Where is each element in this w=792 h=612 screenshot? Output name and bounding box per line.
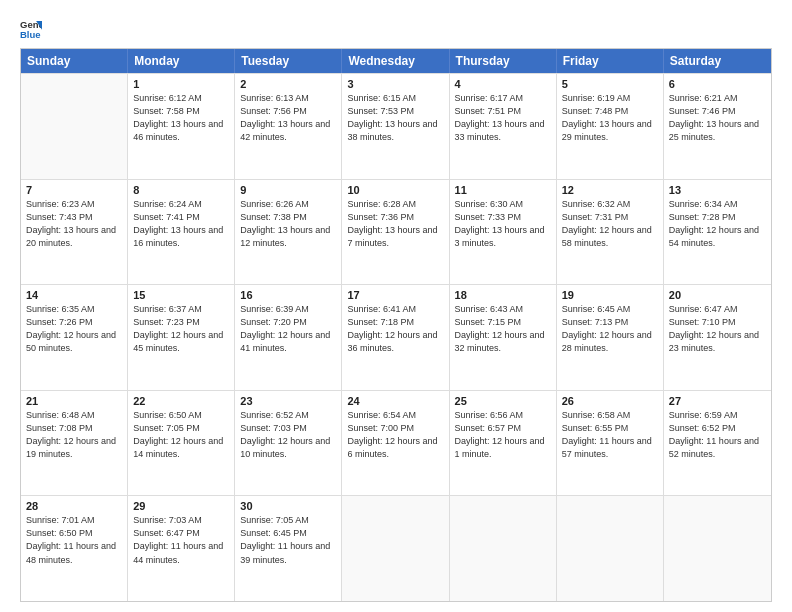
calendar-cell: 23Sunrise: 6:52 AMSunset: 7:03 PMDayligh… — [235, 391, 342, 496]
calendar-cell — [557, 496, 664, 601]
day-number: 3 — [347, 78, 443, 90]
calendar-row: 21Sunrise: 6:48 AMSunset: 7:08 PMDayligh… — [21, 390, 771, 496]
cell-info: Sunrise: 6:35 AMSunset: 7:26 PMDaylight:… — [26, 303, 122, 355]
cell-info: Sunrise: 6:12 AMSunset: 7:58 PMDaylight:… — [133, 92, 229, 144]
calendar: SundayMondayTuesdayWednesdayThursdayFrid… — [20, 48, 772, 602]
page: General Blue SundayMondayTuesdayWednesda… — [0, 0, 792, 612]
calendar-header: SundayMondayTuesdayWednesdayThursdayFrid… — [21, 49, 771, 73]
day-number: 17 — [347, 289, 443, 301]
header: General Blue — [20, 18, 772, 40]
cell-info: Sunrise: 6:19 AMSunset: 7:48 PMDaylight:… — [562, 92, 658, 144]
cell-info: Sunrise: 7:05 AMSunset: 6:45 PMDaylight:… — [240, 514, 336, 566]
calendar-cell: 16Sunrise: 6:39 AMSunset: 7:20 PMDayligh… — [235, 285, 342, 390]
day-number: 16 — [240, 289, 336, 301]
calendar-cell: 14Sunrise: 6:35 AMSunset: 7:26 PMDayligh… — [21, 285, 128, 390]
calendar-header-day: Monday — [128, 49, 235, 73]
day-number: 12 — [562, 184, 658, 196]
calendar-cell: 17Sunrise: 6:41 AMSunset: 7:18 PMDayligh… — [342, 285, 449, 390]
cell-info: Sunrise: 6:59 AMSunset: 6:52 PMDaylight:… — [669, 409, 766, 461]
cell-info: Sunrise: 6:48 AMSunset: 7:08 PMDaylight:… — [26, 409, 122, 461]
calendar-cell: 28Sunrise: 7:01 AMSunset: 6:50 PMDayligh… — [21, 496, 128, 601]
calendar-cell: 7Sunrise: 6:23 AMSunset: 7:43 PMDaylight… — [21, 180, 128, 285]
day-number: 1 — [133, 78, 229, 90]
calendar-cell: 8Sunrise: 6:24 AMSunset: 7:41 PMDaylight… — [128, 180, 235, 285]
cell-info: Sunrise: 6:56 AMSunset: 6:57 PMDaylight:… — [455, 409, 551, 461]
cell-info: Sunrise: 6:54 AMSunset: 7:00 PMDaylight:… — [347, 409, 443, 461]
calendar-header-day: Sunday — [21, 49, 128, 73]
calendar-cell — [450, 496, 557, 601]
calendar-cell: 6Sunrise: 6:21 AMSunset: 7:46 PMDaylight… — [664, 74, 771, 179]
day-number: 6 — [669, 78, 766, 90]
day-number: 21 — [26, 395, 122, 407]
calendar-header-day: Tuesday — [235, 49, 342, 73]
day-number: 15 — [133, 289, 229, 301]
calendar-cell — [21, 74, 128, 179]
day-number: 13 — [669, 184, 766, 196]
day-number: 20 — [669, 289, 766, 301]
calendar-cell: 10Sunrise: 6:28 AMSunset: 7:36 PMDayligh… — [342, 180, 449, 285]
day-number: 11 — [455, 184, 551, 196]
calendar-body: 1Sunrise: 6:12 AMSunset: 7:58 PMDaylight… — [21, 73, 771, 601]
day-number: 29 — [133, 500, 229, 512]
cell-info: Sunrise: 6:15 AMSunset: 7:53 PMDaylight:… — [347, 92, 443, 144]
calendar-row: 1Sunrise: 6:12 AMSunset: 7:58 PMDaylight… — [21, 73, 771, 179]
calendar-cell: 5Sunrise: 6:19 AMSunset: 7:48 PMDaylight… — [557, 74, 664, 179]
calendar-cell: 30Sunrise: 7:05 AMSunset: 6:45 PMDayligh… — [235, 496, 342, 601]
cell-info: Sunrise: 6:30 AMSunset: 7:33 PMDaylight:… — [455, 198, 551, 250]
calendar-header-day: Friday — [557, 49, 664, 73]
calendar-cell: 18Sunrise: 6:43 AMSunset: 7:15 PMDayligh… — [450, 285, 557, 390]
day-number: 4 — [455, 78, 551, 90]
cell-info: Sunrise: 6:52 AMSunset: 7:03 PMDaylight:… — [240, 409, 336, 461]
day-number: 14 — [26, 289, 122, 301]
calendar-cell: 9Sunrise: 6:26 AMSunset: 7:38 PMDaylight… — [235, 180, 342, 285]
svg-text:Blue: Blue — [20, 29, 41, 40]
calendar-cell: 1Sunrise: 6:12 AMSunset: 7:58 PMDaylight… — [128, 74, 235, 179]
calendar-cell: 19Sunrise: 6:45 AMSunset: 7:13 PMDayligh… — [557, 285, 664, 390]
cell-info: Sunrise: 6:47 AMSunset: 7:10 PMDaylight:… — [669, 303, 766, 355]
cell-info: Sunrise: 6:37 AMSunset: 7:23 PMDaylight:… — [133, 303, 229, 355]
calendar-header-day: Wednesday — [342, 49, 449, 73]
calendar-cell: 12Sunrise: 6:32 AMSunset: 7:31 PMDayligh… — [557, 180, 664, 285]
cell-info: Sunrise: 6:32 AMSunset: 7:31 PMDaylight:… — [562, 198, 658, 250]
calendar-cell: 3Sunrise: 6:15 AMSunset: 7:53 PMDaylight… — [342, 74, 449, 179]
cell-info: Sunrise: 6:58 AMSunset: 6:55 PMDaylight:… — [562, 409, 658, 461]
logo: General Blue — [20, 18, 46, 40]
day-number: 18 — [455, 289, 551, 301]
day-number: 27 — [669, 395, 766, 407]
calendar-cell: 21Sunrise: 6:48 AMSunset: 7:08 PMDayligh… — [21, 391, 128, 496]
calendar-cell — [664, 496, 771, 601]
calendar-row: 28Sunrise: 7:01 AMSunset: 6:50 PMDayligh… — [21, 495, 771, 601]
day-number: 23 — [240, 395, 336, 407]
cell-info: Sunrise: 6:21 AMSunset: 7:46 PMDaylight:… — [669, 92, 766, 144]
cell-info: Sunrise: 6:28 AMSunset: 7:36 PMDaylight:… — [347, 198, 443, 250]
calendar-cell: 4Sunrise: 6:17 AMSunset: 7:51 PMDaylight… — [450, 74, 557, 179]
day-number: 5 — [562, 78, 658, 90]
day-number: 2 — [240, 78, 336, 90]
day-number: 7 — [26, 184, 122, 196]
day-number: 26 — [562, 395, 658, 407]
cell-info: Sunrise: 6:34 AMSunset: 7:28 PMDaylight:… — [669, 198, 766, 250]
calendar-cell: 25Sunrise: 6:56 AMSunset: 6:57 PMDayligh… — [450, 391, 557, 496]
day-number: 19 — [562, 289, 658, 301]
calendar-header-day: Saturday — [664, 49, 771, 73]
day-number: 10 — [347, 184, 443, 196]
day-number: 25 — [455, 395, 551, 407]
day-number: 30 — [240, 500, 336, 512]
calendar-cell — [342, 496, 449, 601]
calendar-header-day: Thursday — [450, 49, 557, 73]
cell-info: Sunrise: 6:41 AMSunset: 7:18 PMDaylight:… — [347, 303, 443, 355]
calendar-row: 7Sunrise: 6:23 AMSunset: 7:43 PMDaylight… — [21, 179, 771, 285]
calendar-cell: 15Sunrise: 6:37 AMSunset: 7:23 PMDayligh… — [128, 285, 235, 390]
cell-info: Sunrise: 6:50 AMSunset: 7:05 PMDaylight:… — [133, 409, 229, 461]
calendar-cell: 2Sunrise: 6:13 AMSunset: 7:56 PMDaylight… — [235, 74, 342, 179]
calendar-cell: 22Sunrise: 6:50 AMSunset: 7:05 PMDayligh… — [128, 391, 235, 496]
day-number: 28 — [26, 500, 122, 512]
cell-info: Sunrise: 6:17 AMSunset: 7:51 PMDaylight:… — [455, 92, 551, 144]
cell-info: Sunrise: 6:23 AMSunset: 7:43 PMDaylight:… — [26, 198, 122, 250]
cell-info: Sunrise: 6:24 AMSunset: 7:41 PMDaylight:… — [133, 198, 229, 250]
day-number: 9 — [240, 184, 336, 196]
day-number: 24 — [347, 395, 443, 407]
calendar-cell: 26Sunrise: 6:58 AMSunset: 6:55 PMDayligh… — [557, 391, 664, 496]
day-number: 22 — [133, 395, 229, 407]
cell-info: Sunrise: 6:45 AMSunset: 7:13 PMDaylight:… — [562, 303, 658, 355]
